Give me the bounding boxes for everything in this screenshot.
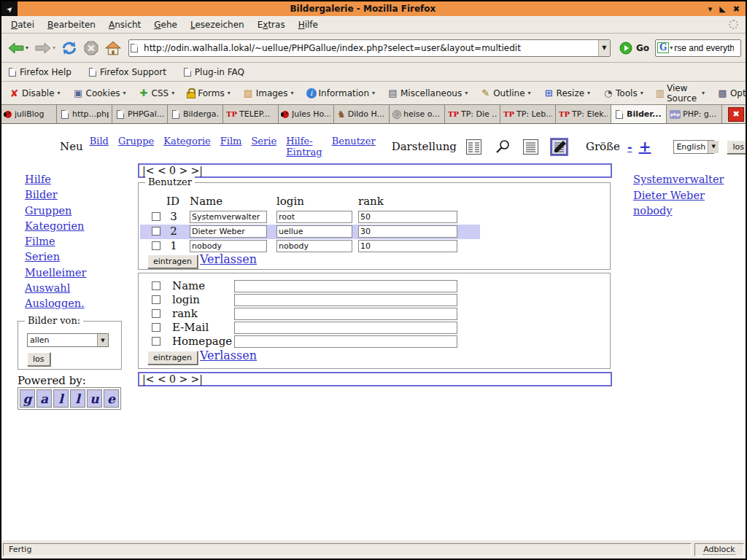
sidebar-item-bilder[interactable]: Bilder bbox=[25, 187, 87, 203]
close-tab-button[interactable] bbox=[728, 107, 744, 122]
devbar-outline[interactable]: Outline bbox=[480, 88, 530, 98]
field-checkbox[interactable] bbox=[152, 337, 160, 346]
tab-heise[interactable]: heise o... bbox=[390, 105, 445, 123]
back-button[interactable] bbox=[6, 40, 30, 56]
row-checkbox[interactable] bbox=[152, 241, 160, 250]
devbar-view-source[interactable]: View Source bbox=[656, 83, 705, 104]
maximize-button[interactable] bbox=[719, 4, 725, 14]
back-history-dropdown[interactable] bbox=[26, 44, 28, 51]
menu-item-bearbeiten[interactable]: Bearbeiten bbox=[41, 18, 102, 32]
login-input[interactable] bbox=[234, 294, 457, 306]
new-bild-link[interactable]: Bild bbox=[90, 136, 109, 158]
tab-telepolis[interactable]: TELEP... bbox=[223, 105, 279, 123]
homepage-input[interactable] bbox=[234, 335, 457, 348]
row-checkbox[interactable] bbox=[152, 227, 160, 236]
user-link-systemverwalter[interactable]: Systemverwalter bbox=[633, 172, 724, 188]
login-field[interactable] bbox=[276, 211, 352, 223]
menu-item-hilfe[interactable]: Hilfe bbox=[292, 18, 325, 32]
tab-tp-elek[interactable]: TP: Elek... bbox=[556, 105, 611, 123]
pagination-bottom[interactable]: |< < 0 > >| bbox=[138, 372, 612, 386]
go-button[interactable]: Go bbox=[616, 42, 652, 55]
size-decrease-link[interactable]: - bbox=[627, 140, 632, 154]
new-hilfe-eintrag-link[interactable]: Hilfe-Eintrag bbox=[286, 136, 322, 158]
view-multiedit-icon[interactable] bbox=[551, 139, 567, 155]
pagination-top[interactable]: |< < 0 > >| bbox=[138, 163, 612, 178]
devbar-information[interactable]: Information bbox=[306, 88, 375, 98]
user-link-dieter-weber[interactable]: Dieter Weber bbox=[633, 188, 724, 204]
tab-php-g[interactable]: PHP: g... bbox=[667, 105, 722, 123]
url-input[interactable] bbox=[142, 43, 598, 53]
sidebar-item-filme[interactable]: Filme bbox=[25, 234, 87, 249]
menu-item-extras[interactable]: Extras bbox=[251, 18, 292, 32]
rank-field[interactable] bbox=[358, 225, 457, 238]
tab-juliblog[interactable]: juliBlog bbox=[1, 105, 57, 123]
minimize-button[interactable] bbox=[708, 4, 713, 14]
field-checkbox[interactable] bbox=[152, 295, 160, 304]
tab-jules[interactable]: Jules Ho... bbox=[279, 105, 334, 123]
tab-phpgal[interactable]: PHPGal... bbox=[112, 105, 168, 123]
devbar-miscellaneous[interactable]: Miscellaneous bbox=[387, 88, 468, 98]
tab-dildo[interactable]: Dildo H... bbox=[334, 105, 390, 123]
new-benutzer-link[interactable]: Benutzer bbox=[332, 136, 376, 158]
devbar-images[interactable]: Images bbox=[243, 88, 294, 98]
sidebar-item-ausloggen[interactable]: Ausloggen. bbox=[25, 296, 87, 311]
new-gruppe-link[interactable]: Gruppe bbox=[118, 136, 154, 158]
view-zoom-icon[interactable] bbox=[495, 139, 510, 155]
tab-bilder-active[interactable]: Bilder... bbox=[611, 105, 667, 123]
name-input[interactable] bbox=[234, 280, 457, 292]
row-checkbox[interactable] bbox=[152, 212, 160, 221]
size-increase-link[interactable]: + bbox=[639, 138, 651, 155]
users-submit-button[interactable]: eintragen bbox=[147, 254, 198, 268]
forward-history-dropdown[interactable] bbox=[53, 44, 55, 51]
tab-tp-die[interactable]: TP: Die ... bbox=[445, 105, 500, 123]
menu-item-ansicht[interactable]: Ansicht bbox=[102, 18, 147, 32]
login-field[interactable] bbox=[276, 240, 352, 252]
name-field[interactable] bbox=[190, 211, 267, 223]
bookmark-plugin-faq[interactable]: Plug-in FAQ bbox=[182, 67, 244, 77]
field-checkbox[interactable] bbox=[152, 281, 160, 290]
filter-go-button[interactable]: los bbox=[27, 352, 50, 366]
devbar-css[interactable]: CSS bbox=[139, 88, 175, 98]
sidebar-item-muelleimer[interactable]: Muelleimer bbox=[25, 265, 87, 281]
menu-item-datei[interactable]: Datei bbox=[4, 18, 41, 32]
menu-item-gehe[interactable]: Gehe bbox=[147, 18, 184, 32]
new-user-submit-button[interactable]: eintragen bbox=[147, 351, 198, 365]
sidebar-item-kategorien[interactable]: Kategorien bbox=[25, 219, 87, 234]
devbar-resize[interactable]: Resize bbox=[543, 88, 590, 98]
rank-field[interactable] bbox=[358, 211, 457, 223]
tab-http-php[interactable]: http...php bbox=[57, 105, 112, 123]
home-button[interactable] bbox=[104, 39, 123, 57]
devbar-disable[interactable]: Disable bbox=[9, 88, 61, 98]
tab-bilderga[interactable]: Bilderga... bbox=[168, 105, 223, 123]
close-button[interactable] bbox=[733, 4, 740, 14]
new-film-link[interactable]: Film bbox=[220, 136, 242, 158]
login-field[interactable] bbox=[276, 225, 352, 238]
devbar-tools[interactable]: Tools bbox=[603, 88, 643, 98]
field-checkbox[interactable] bbox=[152, 309, 160, 318]
adblock-button[interactable]: Adblock bbox=[694, 543, 744, 556]
new-kategorie-link[interactable]: Kategorie bbox=[163, 136, 211, 158]
new-user-leave-link[interactable]: Verlassen bbox=[200, 349, 257, 362]
view-list-icon[interactable] bbox=[523, 139, 538, 155]
tab-tp-leb[interactable]: TP: Leb... bbox=[500, 105, 556, 123]
user-link-nobody[interactable]: nobody bbox=[633, 203, 724, 219]
new-serie-link[interactable]: Serie bbox=[251, 136, 276, 158]
devbar-cookies[interactable]: Cookies bbox=[73, 88, 126, 98]
devbar-options[interactable]: Options bbox=[717, 88, 747, 98]
users-leave-link[interactable]: Verlassen bbox=[200, 252, 257, 266]
rank-input[interactable] bbox=[234, 308, 457, 320]
devbar-forms[interactable]: Forms bbox=[187, 88, 231, 98]
name-field[interactable] bbox=[190, 240, 267, 252]
sidebar-item-gruppen[interactable]: Gruppen bbox=[25, 203, 87, 219]
email-input[interactable] bbox=[234, 322, 457, 334]
search-input[interactable] bbox=[673, 42, 735, 54]
owner-select[interactable]: allen bbox=[27, 333, 109, 347]
reload-button[interactable] bbox=[60, 39, 79, 57]
field-checkbox[interactable] bbox=[152, 323, 160, 332]
stop-button[interactable] bbox=[82, 39, 101, 57]
language-select[interactable]: English bbox=[673, 140, 714, 154]
forward-button[interactable] bbox=[33, 40, 57, 56]
bookmark-firefox-support[interactable]: Firefox Support bbox=[88, 67, 166, 77]
name-field[interactable] bbox=[190, 225, 267, 238]
sidebar-item-serien[interactable]: Serien bbox=[25, 249, 87, 265]
